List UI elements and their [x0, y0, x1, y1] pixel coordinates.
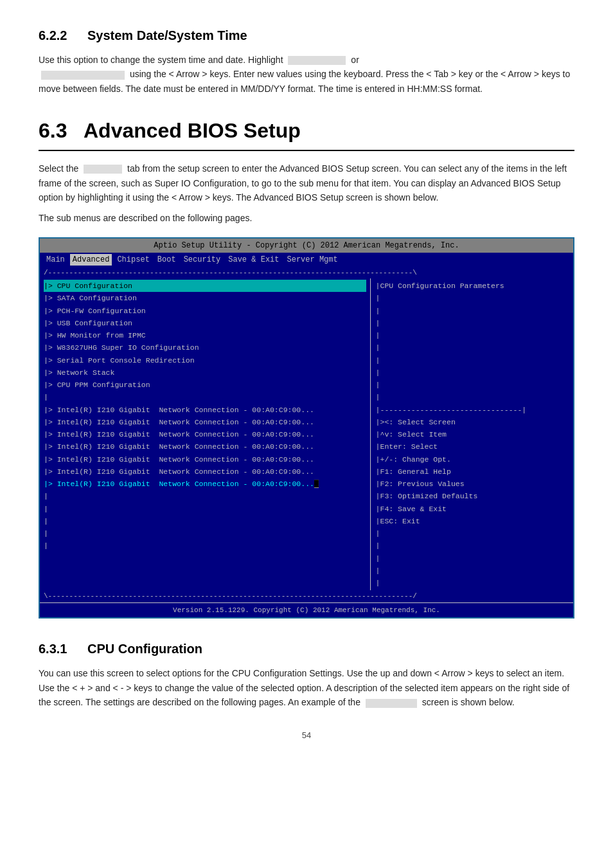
bios-key-f2: |F2: Previous Values	[376, 478, 568, 490]
bios-item-hw-monitor[interactable]: |> HW Monitor from IPMC	[44, 329, 366, 341]
bios-menu-advanced[interactable]: Advanced	[70, 254, 112, 266]
bios-footer: Version 2.15.1229. Copyright (C) 2012 Am…	[40, 602, 573, 618]
bios-right-blank11: |	[376, 539, 568, 552]
bios-item-usb-config[interactable]: |> USB Configuration	[44, 317, 366, 329]
bios-menu-security[interactable]: Security	[181, 254, 224, 266]
bios-item-blank3: |	[44, 503, 366, 515]
section-631-title: CPU Configuration	[87, 639, 202, 658]
bios-item-blank2: |	[44, 490, 366, 502]
bios-item-serial-port[interactable]: |> Serial Port Console Redirection	[44, 354, 366, 366]
section-622-heading: 6.2.2 System Date/System Time	[39, 26, 574, 45]
bios-item-blank5: |	[44, 527, 366, 539]
bios-item-cpu-config[interactable]: |> CPU Configuration	[44, 280, 366, 292]
section-631: 6.3.1 CPU Configuration You can use this…	[39, 639, 574, 709]
bios-body: |> CPU Configuration |> SATA Configurati…	[40, 278, 573, 590]
bios-right-blank9: |	[376, 391, 568, 403]
bios-item-intel4[interactable]: |> Intel(R) I210 Gigabit Network Connect…	[44, 440, 366, 453]
bios-right-blank1: |	[376, 292, 568, 304]
placeholder-1	[288, 56, 346, 65]
bios-right-blank6: |	[376, 354, 568, 366]
bios-right-blank8: |	[376, 379, 568, 391]
section-622-body: Use this option to change the system tim…	[39, 53, 574, 96]
bios-key-esc: |ESC: Exit	[376, 515, 568, 527]
bios-key-f3: |F3: Optimized Defaults	[376, 490, 568, 502]
bios-key-select-screen: |><: Select Screen	[376, 416, 568, 428]
bios-right-blank4: |	[376, 329, 568, 341]
placeholder-4	[366, 699, 417, 708]
bios-item-w836[interactable]: |> W83627UHG Super IO Configuration	[44, 341, 366, 354]
bios-menu-main[interactable]: Main	[44, 254, 67, 266]
bios-right-panel: |CPU Configuration Parameters | | | | | …	[371, 278, 573, 590]
bios-item-blank4: |	[44, 515, 366, 527]
bios-item-intel3[interactable]: |> Intel(R) I210 Gigabit Network Connect…	[44, 428, 366, 440]
bios-menu-save-exit[interactable]: Save & Exit	[226, 254, 281, 266]
bios-bottom-divider: \---------------------------------------…	[40, 590, 573, 602]
bios-menu-chipset[interactable]: Chipset	[114, 254, 152, 266]
bios-item-intel2[interactable]: |> Intel(R) I210 Gigabit Network Connect…	[44, 416, 366, 428]
bios-key-f4: |F4: Save & Exit	[376, 503, 568, 515]
bios-item-intel6[interactable]: |> Intel(R) I210 Gigabit Network Connect…	[44, 466, 366, 478]
bios-item-blank: |	[44, 391, 366, 403]
bios-right-blank10: |	[376, 527, 568, 539]
bios-menu-server-mgmt[interactable]: Server Mgmt	[284, 254, 340, 266]
bios-item-intel7[interactable]: |> Intel(R) I210 Gigabit Network Connect…	[44, 478, 366, 490]
bios-menu-bar: Main Advanced Chipset Boot Security Save…	[40, 253, 573, 267]
section-63-body: Select the tab from the setup screen to …	[39, 161, 574, 204]
section-63: 6.3 Advanced BIOS Setup Select the tab f…	[39, 115, 574, 619]
bios-item-network-stack[interactable]: |> Network Stack	[44, 366, 366, 379]
bios-item-pch-fw[interactable]: |> PCH-FW Configuration	[44, 305, 366, 317]
section-63-heading: 6.3 Advanced BIOS Setup	[39, 115, 574, 151]
bios-item-sata-config[interactable]: |> SATA Configuration	[44, 292, 366, 304]
bios-item-intel5[interactable]: |> Intel(R) I210 Gigabit Network Connect…	[44, 453, 366, 466]
bios-right-divider: |--------------------------------|	[376, 404, 568, 416]
page-number: 54	[39, 729, 574, 742]
bios-top-divider: /---------------------------------------…	[40, 267, 573, 279]
placeholder-2	[41, 71, 125, 80]
bios-right-blank2: |	[376, 305, 568, 317]
bios-left-panel: |> CPU Configuration |> SATA Configurati…	[40, 278, 371, 590]
bios-key-select-item: |^v: Select Item	[376, 428, 568, 440]
bios-right-blank7: |	[376, 366, 568, 379]
bios-item-intel1[interactable]: |> Intel(R) I210 Gigabit Network Connect…	[44, 404, 366, 416]
bios-item-blank6: |	[44, 539, 366, 552]
section-622: 6.2.2 System Date/System Time Use this o…	[39, 26, 574, 96]
bios-menu-boot[interactable]: Boot	[155, 254, 179, 266]
placeholder-3	[84, 165, 122, 174]
bios-right-blank14: |	[376, 577, 568, 589]
bios-key-enter: |Enter: Select	[376, 440, 568, 453]
section-622-number: 6.2.2	[39, 26, 77, 45]
section-63-subtext: The sub menus are described on the follo…	[39, 211, 574, 225]
bios-screen: Aptio Setup Utility - Copyright (C) 2012…	[39, 237, 574, 619]
section-631-body: You can use this screen to select option…	[39, 666, 574, 709]
bios-right-blank13: |	[376, 565, 568, 577]
section-631-heading: 6.3.1 CPU Configuration	[39, 639, 574, 658]
section-631-number: 6.3.1	[39, 639, 77, 658]
section-622-title: System Date/System Time	[87, 26, 247, 45]
bios-right-blank5: |	[376, 341, 568, 354]
bios-help-text: |CPU Configuration Parameters	[376, 280, 568, 292]
bios-title-bar: Aptio Setup Utility - Copyright (C) 2012…	[40, 239, 573, 253]
bios-key-f1: |F1: General Help	[376, 466, 568, 478]
bios-right-blank12: |	[376, 552, 568, 565]
bios-right-blank3: |	[376, 317, 568, 329]
bios-item-cpu-ppm[interactable]: |> CPU PPM Configuration	[44, 379, 366, 391]
bios-key-change: |+/-: Change Opt.	[376, 453, 568, 466]
